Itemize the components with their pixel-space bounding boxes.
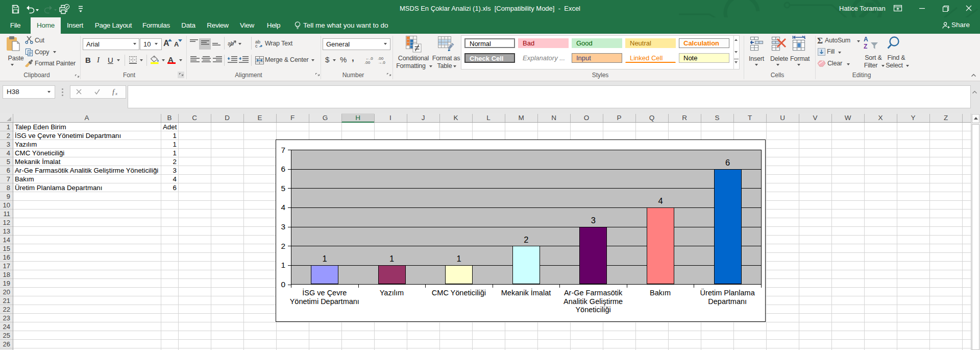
svg-text:x: x [115,91,117,96]
svg-text:Z: Z [864,43,867,50]
svg-text:A: A [864,36,868,43]
svg-text:→.0: →.0 [378,60,385,64]
svg-text:c: c [255,43,258,48]
svg-text:.00: .00 [364,60,371,64]
